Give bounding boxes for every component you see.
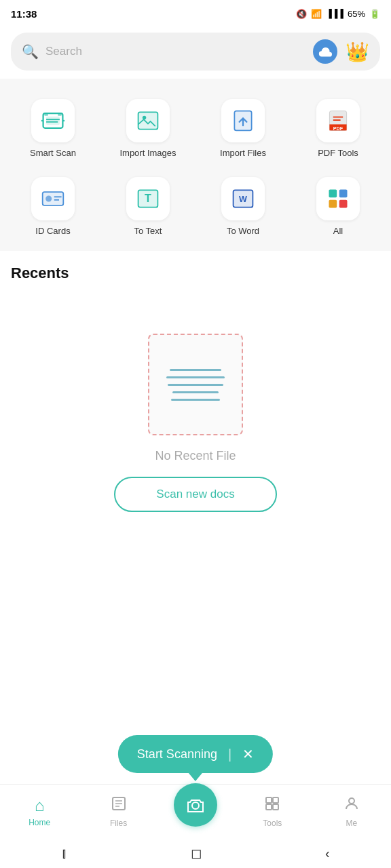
id-cards-icon-bg xyxy=(31,177,75,220)
recents-title: Recents xyxy=(11,264,380,282)
import-files-item[interactable]: Import Files xyxy=(196,90,291,167)
import-files-label: Import Files xyxy=(220,148,266,158)
to-word-icon-bg: W xyxy=(221,177,265,220)
import-images-item[interactable]: Import Images xyxy=(100,90,196,167)
to-word-item[interactable]: W To Word xyxy=(196,167,291,245)
recents-section: Recents No Recent File Scan new docs xyxy=(0,251,391,553)
signal-icon: ▐▐▐ xyxy=(326,9,343,18)
all-item[interactable]: All xyxy=(291,167,386,245)
smart-scan-icon-bg xyxy=(31,99,75,142)
scan-new-docs-button[interactable]: Scan new docs xyxy=(114,477,276,512)
bottom-nav: ⌂ Home Files Tools xyxy=(0,784,391,838)
nav-camera-button[interactable] xyxy=(174,783,217,827)
status-icons: 🔇 📶 ▐▐▐ 65% 🔋 xyxy=(296,9,380,19)
system-nav-bar: ⫿ ◻ ‹ xyxy=(0,838,391,868)
svg-rect-1 xyxy=(46,117,60,125)
all-icon-bg xyxy=(316,177,360,220)
to-text-icon-bg: T xyxy=(126,177,170,220)
all-label: All xyxy=(333,226,343,236)
svg-rect-7 xyxy=(58,113,61,116)
nav-tools-label: Tools xyxy=(263,818,282,828)
pdf-tools-icon-bg: PDF xyxy=(316,99,360,142)
svg-text:PDF: PDF xyxy=(333,125,343,132)
banner-divider: | xyxy=(228,747,231,762)
battery-icon: 🔋 xyxy=(369,9,380,19)
icon-grid-row2: ID Cards T To Text W To Word xyxy=(0,167,391,245)
pdf-tools-label: PDF Tools xyxy=(318,148,358,158)
import-images-icon-bg xyxy=(126,99,170,142)
start-scanning-banner[interactable]: Start Scanning | ✕ xyxy=(118,735,273,773)
search-bar[interactable]: 🔍 Search 👑 xyxy=(11,33,380,71)
smart-scan-item[interactable]: Smart Scan xyxy=(5,90,100,167)
svg-point-10 xyxy=(143,116,146,119)
nav-home[interactable]: ⌂ Home xyxy=(16,796,63,827)
svg-rect-39 xyxy=(266,797,272,803)
svg-point-21 xyxy=(45,196,52,202)
recent-apps-button[interactable]: ⫿ xyxy=(61,846,68,861)
svg-rect-30 xyxy=(329,190,337,198)
status-time: 11:38 xyxy=(11,8,37,20)
nav-me-label: Me xyxy=(346,818,357,828)
import-files-icon-bg xyxy=(221,99,265,142)
empty-doc-illustration xyxy=(148,334,243,435)
feature-grid: Smart Scan Import Images xyxy=(0,79,391,251)
to-text-label: To Text xyxy=(134,226,162,236)
nav-me[interactable]: Me xyxy=(328,795,375,828)
mute-icon: 🔇 xyxy=(296,9,307,19)
crown-icon[interactable]: 👑 xyxy=(346,41,369,63)
svg-rect-31 xyxy=(339,190,348,198)
start-scanning-text: Start Scanning xyxy=(137,747,217,762)
icon-grid-row1: Smart Scan Import Images xyxy=(0,90,391,167)
no-recent-text: No Recent File xyxy=(155,449,236,463)
svg-rect-40 xyxy=(273,797,278,803)
nav-files-label: Files xyxy=(110,818,127,828)
banner-arrow xyxy=(189,773,202,781)
svg-text:T: T xyxy=(145,192,151,204)
svg-point-38 xyxy=(192,802,199,809)
svg-rect-6 xyxy=(44,113,48,116)
search-icon: 🔍 xyxy=(22,43,39,60)
svg-rect-42 xyxy=(273,804,278,810)
smart-scan-label: Smart Scan xyxy=(30,148,76,158)
svg-rect-41 xyxy=(266,804,272,810)
nav-tools[interactable]: Tools xyxy=(248,795,296,828)
nav-files[interactable]: Files xyxy=(95,795,143,828)
svg-text:W: W xyxy=(239,195,247,204)
to-word-label: To Word xyxy=(227,226,259,236)
back-button[interactable]: ‹ xyxy=(325,846,330,861)
search-action-icons: 👑 xyxy=(313,39,369,64)
svg-rect-8 xyxy=(138,112,158,129)
svg-rect-32 xyxy=(329,200,337,208)
empty-state: No Recent File Scan new docs xyxy=(11,293,380,539)
wifi-icon: 📶 xyxy=(311,9,322,19)
svg-point-43 xyxy=(349,798,354,804)
tools-icon xyxy=(264,795,280,816)
cloud-icon[interactable] xyxy=(313,39,337,64)
import-images-label: Import Images xyxy=(119,148,176,158)
me-icon xyxy=(343,795,360,816)
search-placeholder: Search xyxy=(45,45,82,58)
id-cards-item[interactable]: ID Cards xyxy=(5,167,100,245)
svg-rect-33 xyxy=(339,200,348,208)
battery-text: 65% xyxy=(348,9,365,19)
files-icon xyxy=(111,795,127,816)
to-text-item[interactable]: T To Text xyxy=(100,167,196,245)
home-icon: ⌂ xyxy=(35,796,45,815)
nav-home-label: Home xyxy=(29,818,50,827)
status-bar: 11:38 🔇 📶 ▐▐▐ 65% 🔋 xyxy=(0,0,391,27)
id-cards-label: ID Cards xyxy=(35,226,70,236)
pdf-tools-item[interactable]: PDF PDF Tools xyxy=(291,90,386,167)
banner-close-icon[interactable]: ✕ xyxy=(242,746,254,762)
home-button[interactable]: ◻ xyxy=(191,845,202,861)
